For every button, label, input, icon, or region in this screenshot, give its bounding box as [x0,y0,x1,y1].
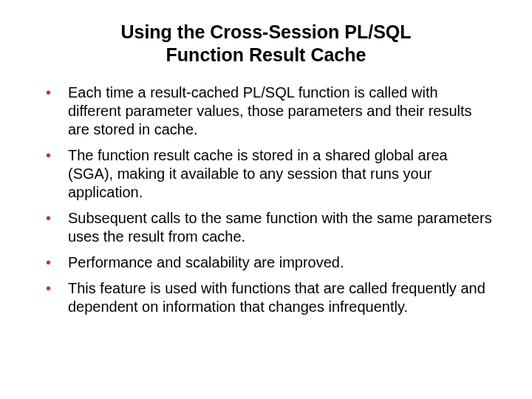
title-line-2: Function Result Cache [166,44,366,65]
bullet-text: Performance and scalability are improved… [68,254,344,270]
bullet-text: This feature is used with functions that… [68,280,485,315]
list-item: Each time a result-cached PL/SQL functio… [37,83,495,139]
slide-title: Using the Cross-Session PL/SQL Function … [37,21,495,67]
title-line-1: Using the Cross-Session PL/SQL [120,21,411,42]
bullet-text: The function result cache is stored in a… [68,147,448,200]
bullet-text: Each time a result-cached PL/SQL functio… [68,84,472,137]
bullet-text: Subsequent calls to the same function wi… [68,210,492,245]
list-item: This feature is used with functions that… [37,279,495,316]
list-item: Subsequent calls to the same function wi… [37,209,495,246]
list-item: The function result cache is stored in a… [37,146,495,202]
list-item: Performance and scalability are improved… [37,253,495,272]
slide: Using the Cross-Session PL/SQL Function … [0,0,532,399]
bullet-list: Each time a result-cached PL/SQL functio… [37,83,495,316]
